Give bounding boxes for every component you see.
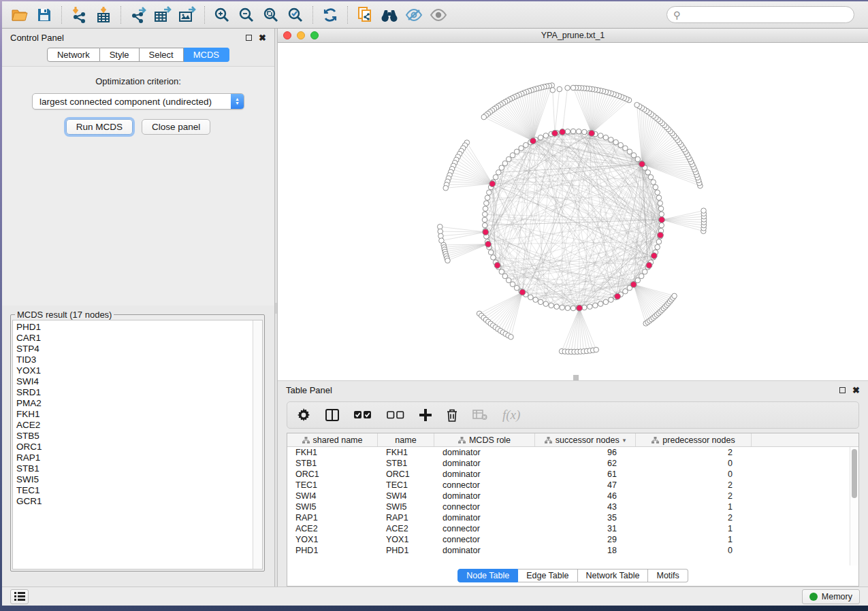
table-row[interactable]: PHD1PHD1dominator180 xyxy=(287,545,850,556)
network-node[interactable] xyxy=(543,133,549,139)
cell-successor-nodes[interactable]: 47 xyxy=(535,480,636,490)
network-node[interactable] xyxy=(565,129,570,134)
network-canvas[interactable] xyxy=(278,43,868,380)
show-columns-icon[interactable] xyxy=(325,409,339,421)
network-node[interactable] xyxy=(519,146,524,151)
network-node[interactable] xyxy=(651,180,656,185)
mcds-hub-node[interactable] xyxy=(615,293,621,299)
panel-menu-button[interactable] xyxy=(10,589,29,604)
mcds-result-item[interactable]: SWI4 xyxy=(16,376,253,387)
cell-MCDS-role[interactable]: connector xyxy=(434,502,535,512)
network-leaf-node[interactable] xyxy=(565,85,570,90)
table-row[interactable]: SWI4SWI4dominator462 xyxy=(287,491,850,501)
network-node[interactable] xyxy=(658,201,663,206)
optimization-criterion-select[interactable]: largest connected component (undirected)… xyxy=(32,93,244,110)
network-view-titlebar[interactable]: YPA_prune.txt_1 xyxy=(278,29,868,43)
network-node[interactable] xyxy=(485,195,490,201)
network-node[interactable] xyxy=(635,156,641,162)
network-search-field[interactable]: ⚲ xyxy=(666,6,854,23)
network-leaf-node[interactable] xyxy=(672,293,677,299)
open-folder-icon[interactable] xyxy=(7,4,32,26)
cell-shared-name[interactable]: ORC1 xyxy=(287,469,378,479)
network-leaf-node[interactable] xyxy=(557,86,562,92)
network-node[interactable] xyxy=(659,222,664,228)
network-node[interactable] xyxy=(510,152,515,158)
network-graph[interactable] xyxy=(278,43,868,380)
table-row[interactable]: YOX1YOX1connector291 xyxy=(287,534,850,545)
show-all-icon[interactable] xyxy=(426,4,451,26)
deselect-all-icon[interactable] xyxy=(387,411,404,419)
mcds-list-scrollbar[interactable] xyxy=(253,320,262,569)
zoom-selected-icon[interactable] xyxy=(283,4,308,26)
network-node[interactable] xyxy=(560,305,565,310)
memory-button[interactable]: Memory xyxy=(802,589,860,604)
network-node[interactable] xyxy=(499,269,504,275)
table-row[interactable]: TEC1TEC1connector472 xyxy=(287,480,850,491)
cell-name[interactable]: ACE2 xyxy=(378,524,434,533)
cell-shared-name[interactable]: RAP1 xyxy=(287,513,378,523)
network-node[interactable] xyxy=(603,299,609,305)
cell-name[interactable]: FKH1 xyxy=(378,448,434,457)
mcds-result-item[interactable]: ACE2 xyxy=(16,420,253,431)
network-node[interactable] xyxy=(581,129,587,135)
mcds-hub-node[interactable] xyxy=(651,252,657,259)
delete-column-icon[interactable] xyxy=(447,409,457,422)
table-row[interactable]: ORC1ORC1dominator610 xyxy=(287,469,850,480)
network-node[interactable] xyxy=(538,299,543,305)
network-node[interactable] xyxy=(482,212,487,217)
network-node[interactable] xyxy=(631,152,637,158)
cell-shared-name[interactable]: TEC1 xyxy=(287,480,378,490)
refresh-icon[interactable] xyxy=(318,4,342,26)
network-node[interactable] xyxy=(623,146,628,151)
cell-shared-name[interactable]: STB1 xyxy=(287,459,378,468)
column-header-MCDS-role[interactable]: MCDS role xyxy=(434,433,535,446)
mcds-hub-node[interactable] xyxy=(489,181,496,187)
mcds-result-item[interactable]: TID3 xyxy=(16,354,253,365)
mcds-hub-node[interactable] xyxy=(589,130,595,136)
horizontal-splitter-handle[interactable] xyxy=(573,375,579,380)
close-panel-icon[interactable]: ✖ xyxy=(259,33,266,42)
network-node[interactable] xyxy=(659,212,664,217)
network-node[interactable] xyxy=(506,278,511,283)
cell-predecessor-nodes[interactable]: 2 xyxy=(636,480,752,490)
cell-MCDS-role[interactable]: dominator xyxy=(434,546,535,555)
gear-icon[interactable] xyxy=(297,408,310,422)
cell-predecessor-nodes[interactable]: 2 xyxy=(636,448,752,457)
cell-successor-nodes[interactable]: 61 xyxy=(535,469,636,479)
network-node[interactable] xyxy=(483,206,488,212)
cell-shared-name[interactable]: ACE2 xyxy=(287,524,378,533)
mcds-result-item[interactable]: ORC1 xyxy=(16,442,253,452)
cell-shared-name[interactable]: SWI5 xyxy=(287,502,378,512)
mcds-result-item[interactable]: SWI5 xyxy=(16,474,253,485)
cell-name[interactable]: YOX1 xyxy=(378,535,434,544)
network-node[interactable] xyxy=(533,297,539,303)
network-node[interactable] xyxy=(576,129,581,134)
run-mcds-button[interactable]: Run MCDS xyxy=(66,119,133,135)
network-node[interactable] xyxy=(613,139,619,145)
network-node[interactable] xyxy=(496,170,501,176)
cell-MCDS-role[interactable]: connector xyxy=(434,524,535,533)
network-node[interactable] xyxy=(656,240,662,245)
table-scrollbar[interactable] xyxy=(850,447,858,565)
network-node[interactable] xyxy=(499,165,504,171)
network-node[interactable] xyxy=(653,184,658,190)
network-node[interactable] xyxy=(554,304,560,310)
mcds-result-item[interactable]: FKH1 xyxy=(16,409,253,420)
network-node[interactable] xyxy=(588,304,593,310)
cell-name[interactable]: STB1 xyxy=(378,459,434,468)
save-icon[interactable] xyxy=(32,4,57,26)
mcds-hub-node[interactable] xyxy=(530,138,536,144)
network-node[interactable] xyxy=(514,149,519,154)
mcds-hub-node[interactable] xyxy=(659,217,665,223)
network-node[interactable] xyxy=(484,201,489,206)
network-node[interactable] xyxy=(488,250,494,255)
mcds-result-item[interactable]: STB1 xyxy=(16,463,253,474)
import-table-icon[interactable] xyxy=(91,4,116,26)
mcds-hub-node[interactable] xyxy=(639,161,645,167)
cell-MCDS-role[interactable]: dominator xyxy=(434,448,535,457)
clone-network-icon[interactable] xyxy=(353,4,377,26)
network-leaf-node[interactable] xyxy=(481,114,487,120)
cell-predecessor-nodes[interactable]: 2 xyxy=(636,513,752,523)
cell-predecessor-nodes[interactable]: 0 xyxy=(636,459,752,468)
network-node[interactable] xyxy=(639,274,644,279)
